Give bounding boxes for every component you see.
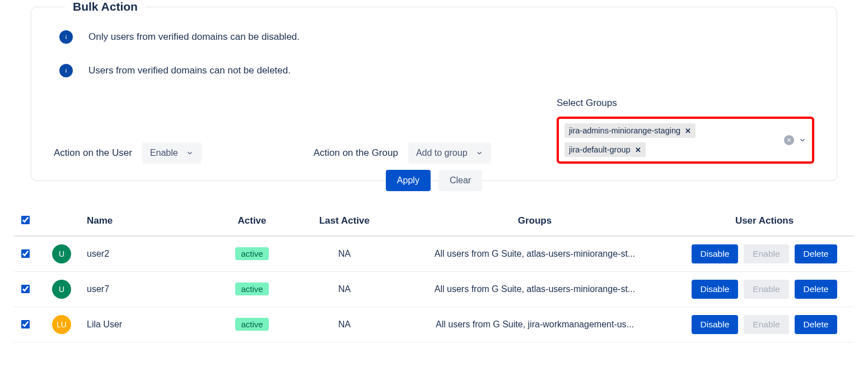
- controls-row: Action on the User Enable Action on the …: [54, 98, 814, 180]
- select-groups-block: Select Groups jira-admins-miniorange-sta…: [557, 98, 814, 164]
- info-icon: [59, 64, 73, 77]
- action-user-value: Enable: [150, 148, 178, 158]
- clear-all-icon[interactable]: [784, 135, 794, 145]
- user-name: user2: [81, 236, 210, 272]
- bulk-action-legend: Bulk Action: [65, 0, 146, 13]
- remove-tag-icon[interactable]: ✕: [635, 146, 641, 154]
- users-table: Name Active Last Active Groups User Acti…: [14, 208, 854, 342]
- delete-button[interactable]: Delete: [795, 280, 838, 299]
- info-icon: [59, 30, 73, 44]
- last-active: NA: [294, 307, 395, 342]
- status-badge: active: [235, 318, 268, 331]
- groups-cell: All users from G Suite, jira-workmanagem…: [395, 307, 675, 342]
- action-group-block: Action on the Group Add to group: [314, 142, 491, 164]
- action-user-select[interactable]: Enable: [142, 142, 202, 164]
- row-checkbox[interactable]: [21, 285, 30, 294]
- last-active: NA: [294, 272, 395, 307]
- group-tag-label: jira-default-group: [569, 145, 631, 154]
- clear-button[interactable]: Clear: [438, 170, 482, 191]
- remove-tag-icon[interactable]: ✕: [685, 127, 691, 135]
- disable-button[interactable]: Disable: [692, 280, 739, 299]
- row-checkbox[interactable]: [21, 320, 30, 329]
- user-name: Lila User: [81, 307, 210, 342]
- avatar: U: [52, 244, 71, 263]
- action-user-block: Action on the User Enable: [54, 142, 202, 164]
- group-tag-label: jira-admins-miniorange-staging: [569, 126, 680, 135]
- tags-wrap: jira-admins-miniorange-staging ✕ jira-de…: [564, 123, 780, 157]
- chevron-down-icon[interactable]: [799, 136, 806, 144]
- table-row: LULila UseractiveNAAll users from G Suit…: [14, 307, 854, 342]
- group-tag: jira-default-group ✕: [564, 142, 646, 157]
- select-all-checkbox[interactable]: [21, 216, 30, 225]
- apply-button[interactable]: Apply: [386, 170, 431, 191]
- th-groups: Groups: [395, 208, 675, 236]
- status-badge: active: [235, 283, 268, 295]
- delete-button[interactable]: Delete: [795, 315, 838, 334]
- disable-button[interactable]: Disable: [692, 315, 739, 334]
- status-badge: active: [235, 247, 268, 260]
- th-user-actions: User Actions: [675, 208, 854, 236]
- info-row-2: Users from verified domains can not be d…: [54, 64, 814, 77]
- group-tag: jira-admins-miniorange-staging ✕: [564, 123, 696, 138]
- enable-button[interactable]: Enable: [744, 280, 788, 299]
- last-active: NA: [294, 236, 395, 272]
- table-row: Uuser7activeNAAll users from G Suite, at…: [14, 272, 854, 307]
- th-last-active: Last Active: [294, 208, 395, 236]
- action-group-value: Add to group: [416, 148, 468, 158]
- th-active: Active: [210, 208, 294, 236]
- info-text-2: Users from verified domains can not be d…: [88, 65, 291, 76]
- groups-cell: All users from G Suite, atlas-users-mini…: [395, 236, 675, 272]
- enable-button[interactable]: Enable: [744, 315, 788, 334]
- bulk-action-panel: Bulk Action Only users from verified dom…: [31, 0, 837, 181]
- disable-button[interactable]: Disable: [692, 244, 739, 263]
- chevron-down-icon: [186, 149, 194, 157]
- select-groups-label: Select Groups: [557, 98, 814, 109]
- action-user-label: Action on the User: [54, 147, 132, 159]
- action-group-label: Action on the Group: [314, 147, 398, 159]
- avatar: LU: [52, 315, 71, 334]
- row-checkbox[interactable]: [21, 249, 30, 258]
- info-row-1: Only users from verified domains can be …: [54, 30, 814, 44]
- delete-button[interactable]: Delete: [795, 244, 838, 263]
- select-groups-input[interactable]: jira-admins-miniorange-staging ✕ jira-de…: [557, 117, 814, 164]
- enable-button[interactable]: Enable: [744, 244, 788, 263]
- user-name: user7: [81, 272, 210, 307]
- bulk-buttons: Apply Clear: [11, 170, 857, 191]
- action-group-select[interactable]: Add to group: [408, 142, 491, 164]
- th-name: Name: [81, 208, 210, 236]
- avatar: U: [52, 280, 71, 299]
- chevron-down-icon: [475, 149, 483, 157]
- info-text-1: Only users from verified domains can be …: [88, 31, 300, 43]
- groups-cell: All users from G Suite, atlas-users-mini…: [395, 272, 675, 307]
- table-row: Uuser2activeNAAll users from G Suite, at…: [14, 236, 854, 272]
